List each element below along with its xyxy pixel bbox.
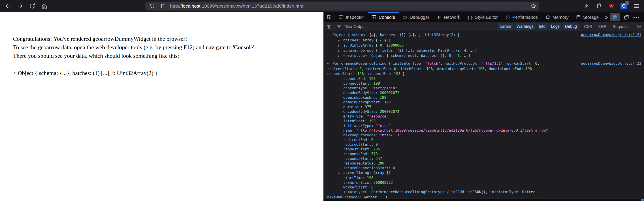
console-token: Getter, … } [364,195,388,198]
console-token: , [503,61,507,66]
tab-label: Inspector [346,15,364,20]
expand-arrow-icon[interactable]: ▶ [338,38,343,43]
extensions-puzzle-icon[interactable] [594,1,604,11]
shield-permissions-icon[interactable] [149,3,156,10]
filter-type-requests[interactable]: Requests [610,24,632,30]
tab-label: Console [378,15,395,20]
url-bar[interactable]: http://localhost:10099/session/viewhtml1… [146,2,539,10]
filter-level-errors[interactable]: Errors [498,23,513,30]
console-property-row: nextHopProtocol: "http/1.1" [324,133,641,138]
console-token: , [396,67,400,71]
devtools-tab-storage[interactable]: Storage [572,12,602,22]
clear-console-trash-icon[interactable] [324,24,334,29]
console-token: 10000000 [386,43,404,48]
console-property-row: ▶serverTiming: Array [] [324,170,641,176]
devtools-tab-console[interactable]: Console [368,12,398,22]
console-token: 4 [464,48,466,52]
console-property-row: decodedBodySize: 200002072 [324,90,641,95]
devtools-tab-inspector[interactable]: Inspector [335,12,368,22]
downloads-button[interactable] [581,1,591,11]
console-token: <prototype>: [343,54,371,58]
console-token: null [408,54,417,58]
home-button[interactable] [40,1,49,11]
devtools-tab-memory[interactable]: Memory [542,12,572,22]
console-token: } [455,33,460,37]
console-token: 198 [426,67,433,71]
console-token: initiatorType: [343,124,376,128]
devtools-tab-style-editor[interactable]: { }Style Editor [464,12,501,22]
back-button[interactable] [3,1,13,11]
extension-atom-icon[interactable] [610,13,620,21]
console-token: , … } [466,48,477,52]
console-token: 0 [371,185,374,189]
console-token: fetchStart: [343,119,369,123]
devtools-meatball-menu[interactable]: ••• [632,13,641,21]
url-host: localhost [182,3,200,8]
url-path: :10099/session/viewhtml137ad2100af0/inde… [200,3,304,8]
console-token: domainLookupEnd: [343,95,380,100]
expand-arrow-icon[interactable]: ▶ [338,54,343,58]
console-token: connectStart: [343,81,374,86]
console-property-row: startTime: 198 [324,176,641,180]
console-token: , [532,67,534,71]
reload-button[interactable] [27,1,37,11]
pick-element-button[interactable] [324,12,334,22]
console-token: encodedBodySize: [343,110,380,114]
nav-button-group [3,1,49,11]
devtools-tab-performance[interactable]: Performance [501,12,542,22]
forward-button[interactable] [15,1,25,11]
filter-level-warnings[interactable]: Warnings [514,23,535,30]
page-info-icon[interactable] [159,3,166,10]
url-text[interactable]: http://localhost:10099/session/viewhtml1… [170,3,304,9]
bitwarden-extension-icon[interactable]: 2 [619,1,629,11]
performance-icon [505,14,510,20]
responsive-design-mode-icon[interactable] [622,13,631,21]
console-token: PerformanceResourceTimingPrototype [371,190,444,194]
console-token: "http/1.1" [380,133,402,137]
source-link[interactable]: geoarrowDummyWidget.js:24:23 [581,61,641,66]
console-property-row: encodedBodySize: 200002072 [324,109,641,114]
console-input-strip[interactable] [324,198,644,201]
console-token: 198 [394,72,400,76]
memory-icon [545,14,550,20]
filter-type-css[interactable]: CSS [582,24,594,30]
collapse-arrow-icon[interactable]: ▼ [327,62,332,66]
console-token: 375 [365,105,371,109]
bookmark-star-icon[interactable] [530,3,536,10]
console-settings-gear-icon[interactable] [634,24,644,29]
console-token: { [374,48,380,52]
console-token: , [440,61,444,66]
filter-level-logs[interactable]: Logs [549,23,562,30]
collapse-arrow-icon[interactable]: ▼ [327,33,332,38]
console-token: Object [371,54,384,58]
console-token: 198 [380,95,386,100]
devtools-tab-debugger[interactable]: Debugger [399,12,433,22]
filter-level-info[interactable]: Info [537,23,548,30]
expand-arrow-icon[interactable]: ▶ [338,44,343,48]
console-token: responseStatus: [343,161,378,166]
console-token: "text/plain" [371,86,397,90]
menu-hamburger-button[interactable] [632,1,641,11]
console-token: transferSize: [343,180,374,185]
console-token: j: [419,33,425,37]
devtools-tab-network[interactable]: Network [433,12,464,22]
console-token: { [444,190,451,194]
console-token: 247 [376,156,382,161]
source-link[interactable]: geoarrowDummyWidget.js:41:21 [581,32,641,38]
filter-type-xhr[interactable]: XHR [596,24,609,30]
console-token: 198 [357,72,364,76]
more-tabs-chevron[interactable]: » [602,12,610,22]
console-token: requestStart: [343,147,374,151]
filter-output-input[interactable]: Filter Output [336,24,498,29]
web-page-content: Congratulations! You've rendered geoarro… [0,12,323,201]
console-token: domainLookupEnd: [489,67,526,71]
devtools-close-icon[interactable]: × [642,13,644,21]
expand-arrow-icon[interactable]: ▶ [338,48,343,53]
page-line-1: Congratulations! You've rendered geoarro… [13,35,323,43]
filter-level-debug[interactable]: Debug [563,23,579,30]
expand-arrow-icon[interactable]: ▶ [338,171,343,176]
ublock-extension-icon[interactable]: UO [606,1,616,11]
expand-arrow-icon[interactable]: ▶ [338,190,343,195]
resource-url-link[interactable]: http://localhost:10099/session/viewhtml1… [358,128,546,132]
console-property-row: ▶<prototype>: Object { schema: null, bat… [324,53,641,58]
